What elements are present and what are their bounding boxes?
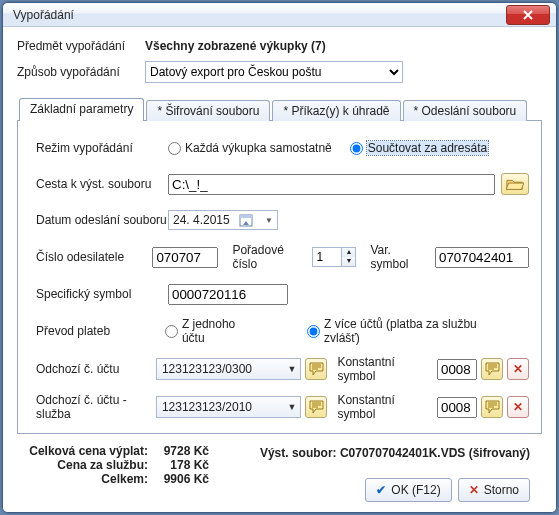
tab-send-file[interactable]: * Odeslání souboru: [403, 100, 528, 121]
ks-input-2[interactable]: [437, 397, 477, 418]
dialog-window: Vypořádání Předmět vypořádání Všechny zo…: [2, 2, 557, 513]
total-payout-value: 9728 Kč: [154, 444, 209, 458]
close-icon: [522, 10, 534, 20]
acct-svc-label: Odchozí č. účtu - služba: [36, 393, 156, 421]
seq-label: Pořadové číslo: [232, 243, 302, 271]
storno-button[interactable]: ✕ Storno: [458, 478, 530, 502]
titlebar: Vypořádání: [3, 3, 556, 27]
ks-input-1[interactable]: [437, 359, 477, 380]
calendar-icon: [239, 213, 253, 227]
window-title: Vypořádání: [13, 8, 74, 22]
tab-basic-params[interactable]: Základní parametry: [19, 98, 144, 121]
ks1-clear-button[interactable]: ✕: [507, 358, 529, 380]
transfer-radio-one-label: Z jednoho účtu: [182, 317, 259, 345]
chevron-down-icon: ▼: [283, 364, 300, 374]
transfer-radio-multi[interactable]: Z více účtů (platba za službu zvlášť): [307, 317, 511, 345]
date-label: Datum odeslání souboru: [36, 213, 168, 227]
path-input[interactable]: [168, 174, 495, 195]
total-sum-value: 9906 Kč: [154, 472, 209, 486]
ks2-clear-button[interactable]: ✕: [507, 396, 529, 418]
storno-button-label: Storno: [484, 483, 519, 497]
ok-button[interactable]: ✔ OK (F12): [365, 478, 451, 502]
x-icon: ✕: [513, 400, 523, 414]
chevron-down-icon: ▼: [265, 216, 273, 225]
check-icon: ✔: [376, 483, 386, 497]
seq-down[interactable]: ▼: [341, 257, 355, 266]
transfer-label: Převod plateb: [36, 324, 165, 338]
subject-label: Předmět vypořádání: [17, 39, 145, 53]
mode-radio-sum-label: Součtovat za adresáta: [367, 141, 488, 155]
path-label: Cesta k výst. souboru: [36, 177, 168, 191]
seq-spinner[interactable]: ▲ ▼: [312, 247, 356, 267]
acct-out-label: Odchozí č. účtu: [36, 362, 156, 376]
total-sum-label: Celkem:: [29, 472, 154, 486]
sender-label: Číslo odesilatele: [36, 250, 152, 264]
acct-svc-select[interactable]: 123123123/2010 ▼: [156, 396, 302, 418]
x-icon: ✕: [469, 483, 479, 497]
content-area: Předmět vypořádání Všechny zobrazené výk…: [3, 27, 556, 512]
ks-label-2: Konstantní symbol: [337, 393, 427, 421]
vs-label: Var. symbol: [370, 243, 425, 271]
folder-open-icon: [506, 177, 524, 191]
svg-rect-1: [240, 215, 252, 218]
mode-radio-sum[interactable]: Součtovat za adresáta: [350, 141, 488, 155]
acct-out-select[interactable]: 123123123/0300 ▼: [156, 358, 302, 380]
ks1-note-button[interactable]: [481, 358, 503, 380]
sender-input[interactable]: [152, 247, 218, 268]
method-select[interactable]: Datový export pro Českou poštu: [145, 61, 403, 83]
bottom-bar: Celková cena výplat: 9728 Kč Cena za slu…: [17, 434, 542, 502]
mode-label: Režim vypořádání: [36, 141, 168, 155]
total-payout-label: Celková cena výplat:: [29, 444, 154, 458]
output-file: Výst. soubor: C070707042401K.VDS (šifrov…: [260, 446, 530, 460]
speech-bubble-icon: [309, 400, 324, 414]
x-icon: ✕: [513, 362, 523, 376]
seq-input[interactable]: [313, 248, 341, 266]
acct-out-note-button[interactable]: [305, 358, 327, 380]
ks2-note-button[interactable]: [481, 396, 503, 418]
acct-svc-note-button[interactable]: [305, 396, 327, 418]
speech-bubble-icon: [485, 400, 500, 414]
date-picker[interactable]: 24. 4.2015 ▼: [168, 210, 278, 230]
ss-input[interactable]: [168, 284, 288, 305]
tabpanel-basic: Režim vypořádání Každá výkupka samostatn…: [17, 120, 542, 434]
ss-label: Specifický symbol: [36, 287, 168, 301]
transfer-radio-one[interactable]: Z jednoho účtu: [165, 317, 259, 345]
tab-encryption[interactable]: * Šifrování souboru: [146, 100, 270, 121]
vs-input[interactable]: [435, 247, 529, 268]
subject-value: Všechny zobrazené výkupky (7): [145, 39, 326, 53]
total-service-value: 178 Kč: [154, 458, 209, 472]
browse-button[interactable]: [501, 173, 529, 195]
mode-radio-each-label: Každá výkupka samostatně: [185, 141, 332, 155]
close-button[interactable]: [506, 5, 550, 25]
totals: Celková cena výplat: 9728 Kč Cena za slu…: [29, 444, 209, 502]
ks-label-1: Konstantní symbol: [337, 355, 427, 383]
tabstrip: Základní parametry * Šifrování souboru *…: [17, 97, 542, 121]
seq-up[interactable]: ▲: [341, 248, 355, 257]
transfer-radio-multi-label: Z více účtů (platba za službu zvlášť): [324, 317, 511, 345]
total-service-label: Cena za službu:: [29, 458, 154, 472]
speech-bubble-icon: [309, 362, 324, 376]
tab-payment-orders[interactable]: * Příkaz(y) k úhradě: [272, 100, 400, 121]
acct-out-value: 123123123/0300: [157, 362, 284, 376]
acct-svc-value: 123123123/2010: [157, 400, 284, 414]
ok-button-label: OK (F12): [391, 483, 440, 497]
date-value: 24. 4.2015: [173, 213, 230, 227]
chevron-down-icon: ▼: [283, 402, 300, 412]
speech-bubble-icon: [485, 362, 500, 376]
mode-radio-each[interactable]: Každá výkupka samostatně: [168, 141, 332, 155]
method-label: Způsob vypořádání: [17, 65, 145, 79]
